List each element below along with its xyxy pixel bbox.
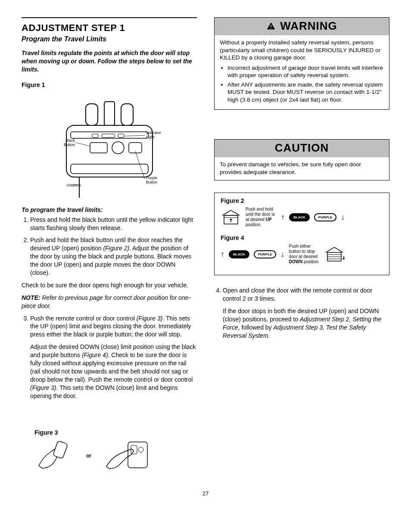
svg-text:Antenna: Antenna (66, 183, 81, 187)
note-label: NOTE: (22, 294, 40, 301)
warning-bullet-1: Incorrect adjustment of garage door trav… (227, 64, 384, 79)
svg-text:Indicator: Indicator (146, 131, 161, 135)
step-subheading: Program the Travel Limits (22, 35, 197, 43)
svg-line-21 (135, 151, 145, 179)
svg-text:Black: Black (65, 138, 75, 143)
step-1: Press and hold the black button until th… (30, 216, 197, 232)
figure1-label: Figure 1 (22, 81, 197, 88)
step1-text: Press and hold the black button until th… (30, 216, 193, 231)
note-body: Refer to previous page for correct door … (22, 294, 190, 309)
warning-triangle-icon (266, 22, 276, 31)
door-closed-icon (324, 246, 345, 262)
step3-a: Push the remote control or door control (30, 315, 137, 322)
or-text: or (86, 453, 91, 459)
check-paragraph: Check to be sure the door opens high eno… (22, 281, 197, 289)
svg-text:Button: Button (63, 143, 75, 147)
svg-line-18 (125, 135, 145, 136)
warning-callout: WARNING Without a properly installed saf… (214, 17, 389, 110)
svg-rect-8 (118, 134, 124, 137)
purple-button-pill: PURPLE (254, 250, 276, 259)
step2-ref: (Figure 2) (103, 245, 129, 252)
step3-ref3: (Figure 3) (30, 384, 56, 391)
svg-rect-3 (86, 104, 98, 125)
svg-rect-2 (71, 164, 148, 174)
step-3: Push the remote control or door control … (30, 314, 197, 400)
hand-wall-button-icon (104, 439, 152, 473)
figure3: or (34, 439, 197, 473)
step-list-3: Push the remote control or door control … (22, 314, 197, 400)
program-subheading: To program the travel limits: (22, 206, 197, 213)
svg-rect-29 (271, 28, 271, 28)
hand-remote-icon (34, 440, 73, 472)
right-column: WARNING Without a properly installed saf… (214, 17, 389, 473)
svg-rect-9 (90, 143, 107, 153)
figure4-row: Figure 4 ↑ BLACK PURPLE ↓ Push either bu… (221, 234, 383, 264)
svg-rect-24 (53, 441, 68, 459)
figure2-row: Figure 2 Push and hold until the door is… (221, 197, 383, 227)
figure3-label: Figure 3 (34, 429, 197, 436)
warning-bullet-2: After ANY adjustments are made, the safe… (227, 81, 384, 104)
step4-para2: If the door stops in both the desired UP… (223, 307, 389, 340)
caution-title: CAUTION (275, 141, 329, 155)
step-list-4: Open and close the door with the remote … (214, 286, 389, 339)
step3-para2: Adjust the desired DOWN (close) limit po… (30, 343, 197, 400)
step3-ref2: (Figure 4) (82, 352, 108, 358)
caution-header: CAUTION (215, 140, 389, 157)
step-2: Push and hold the black button until the… (30, 236, 197, 277)
opener-unit-illustration: Black Button Indicator Light Purple Butt… (49, 91, 170, 199)
down-arrow-icon: ↓ (341, 213, 345, 221)
door-open-icon (221, 209, 241, 225)
step-4: Open and close the door with the remote … (223, 286, 389, 339)
fig4-caption: Push either button to stop door at desir… (289, 244, 320, 264)
step4-a: Open and close the door with the remote … (223, 287, 372, 302)
warning-title: WARNING (280, 19, 337, 33)
up-arrow-icon: ↑ (221, 250, 224, 258)
purple-button-pill: PURPLE (314, 213, 336, 222)
step3-ref1: (Figure 3) (137, 315, 163, 322)
svg-point-10 (112, 142, 124, 154)
intro-text: Travel limits regulate the points at whi… (22, 49, 197, 74)
up-arrow-icon: ↑ (281, 213, 285, 221)
svg-line-15 (76, 143, 90, 146)
black-button-pill: BLACK (289, 213, 310, 222)
caution-callout: CAUTION To prevent damage to vehicles, b… (214, 139, 389, 180)
svg-rect-4 (121, 104, 133, 125)
step-list: Press and hold the black button until th… (22, 216, 197, 277)
page-number: 27 (22, 490, 389, 497)
warning-header: WARNING (215, 18, 389, 35)
svg-rect-5 (104, 102, 115, 125)
figure4-label: Figure 4 (221, 234, 383, 241)
svg-rect-7 (102, 134, 115, 137)
black-button-pill: BLACK (229, 250, 249, 259)
left-column: ADJUSTMENT STEP 1 Program the Travel Lim… (22, 17, 197, 473)
top-rule (22, 17, 197, 18)
figure-2-4-box: Figure 2 Push and hold until the door is… (214, 193, 389, 275)
svg-rect-28 (271, 25, 271, 27)
svg-text:Light: Light (146, 135, 155, 139)
svg-text:Purple: Purple (146, 176, 157, 180)
svg-rect-0 (66, 125, 153, 177)
warning-text: Without a properly installed safety reve… (220, 39, 380, 61)
svg-rect-6 (92, 134, 98, 137)
caution-body: To prevent damage to vehicles, be sure f… (215, 157, 389, 180)
fig2-caption: Push and hold until the door is at desir… (246, 207, 277, 227)
down-arrow-icon: ↓ (280, 250, 284, 258)
svg-text:Button: Button (146, 180, 157, 184)
step4-b2: , followed by (238, 324, 274, 331)
note: NOTE: Refer to previous page for correct… (22, 294, 197, 310)
step-heading: ADJUSTMENT STEP 1 (22, 22, 197, 34)
warning-body: Without a properly installed safety reve… (215, 35, 389, 109)
figure1: Black Button Indicator Light Purple Butt… (22, 91, 197, 199)
figure2-label: Figure 2 (221, 197, 383, 204)
